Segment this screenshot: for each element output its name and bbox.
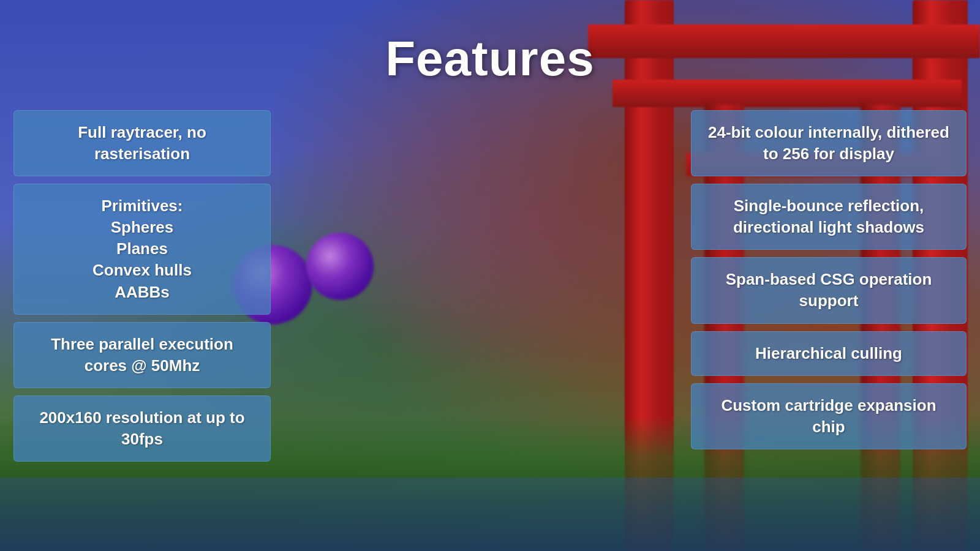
card-reflection: Single-bounce reflection, directional li… <box>691 184 967 250</box>
card-raytracer: Full raytracer, no rasterisation <box>13 110 271 176</box>
card-24bit: 24-bit colour internally, dithered to 25… <box>691 110 967 176</box>
card-csg: Span-based CSG operation support <box>691 257 967 323</box>
card-culling: Hierarchical culling <box>691 331 967 376</box>
card-cartridge: Custom cartridge expansion chip <box>691 383 967 449</box>
left-feature-column: Full raytracer, no rasterisation Primiti… <box>13 110 271 462</box>
content-layer: Features Full raytracer, no rasterisatio… <box>0 0 980 551</box>
page-title: Features <box>0 0 980 87</box>
card-cores: Three parallel execution cores @ 50Mhz <box>13 322 271 388</box>
card-resolution: 200x160 resolution at up to 30fps <box>13 395 271 462</box>
card-primitives: Primitives: Spheres Planes Convex hulls … <box>13 184 271 314</box>
right-feature-column: 24-bit colour internally, dithered to 25… <box>691 110 967 449</box>
